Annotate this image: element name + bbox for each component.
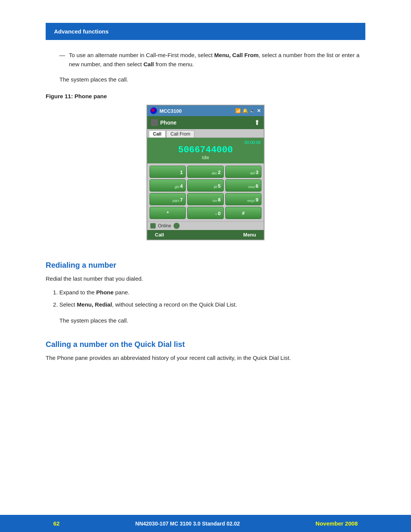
key-hash[interactable]: # <box>225 207 261 219</box>
key-9[interactable]: wxyz9 <box>225 193 261 205</box>
key-7-letters: pqrs <box>173 199 180 203</box>
phone-titlebar-icons: 📶 🔔 🔈 ✕ <box>235 108 261 113</box>
phone-status-bar: Online <box>147 221 264 230</box>
phone-icon <box>151 119 158 126</box>
sound-icon: 🔈 <box>250 108 255 113</box>
key-4[interactable]: ghi4 <box>150 179 186 192</box>
footer-date: November 2008 <box>315 520 358 527</box>
phone-display-timer: 00:00:00 <box>150 140 261 145</box>
key-0[interactable]: +0 <box>187 207 223 219</box>
redialing-steps: Expand to the Phone pane. Select Menu, R… <box>59 288 365 312</box>
phone-titlebar-left: MCC3100 <box>150 107 182 114</box>
figure-label: Figure 11: Phone pane <box>46 93 365 99</box>
phone-tabs: Call Call From <box>147 129 264 138</box>
key-3-letters: def <box>250 171 255 175</box>
intro-system-places: The system places the call. <box>59 75 365 84</box>
phone-display-status: Idle <box>150 155 261 160</box>
redialing-intro: Redial the last number that you dialed. <box>46 274 365 283</box>
key-5[interactable]: jkl5 <box>187 179 223 192</box>
phone-softkeys: Call Menu <box>147 230 264 240</box>
phone-phonebar: Phone ⬆ <box>147 116 264 129</box>
softkey-call[interactable]: Call <box>155 232 164 238</box>
section-heading-redialing: Redialing a number <box>46 261 365 270</box>
tab-call-from[interactable]: Call From <box>166 130 194 137</box>
calling-intro: The Phone pane provides an abbreviated h… <box>46 353 365 362</box>
footer-page-number: 62 <box>53 520 60 527</box>
phone-titlebar-title: MCC3100 <box>159 108 182 114</box>
phone-keypad: 1 abc2 def3 ghi4 jkl5 mno6 pqrs7 <box>147 163 264 221</box>
section-heading-calling: Calling a number on the Quick Dial list <box>46 340 365 349</box>
figure-phone-pane-container: MCC3100 📶 🔔 🔈 ✕ Phone ⬆ Call <box>46 105 365 240</box>
softkey-menu[interactable]: Menu <box>243 232 256 238</box>
key-2-letters: abc <box>212 171 217 175</box>
key-7[interactable]: pqrs7 <box>150 193 186 205</box>
signal-icon: 📶 <box>235 108 241 113</box>
windows-logo-icon <box>150 107 157 114</box>
key-9-letters: wxyz <box>247 199 255 203</box>
key-8[interactable]: tuv8 <box>187 193 223 205</box>
redialing-step-2: Select Menu, Redial, without selecting a… <box>59 300 365 309</box>
key-8-letters: tuv <box>212 199 217 203</box>
key-6-letters: mno <box>248 185 255 189</box>
key-2[interactable]: abc2 <box>187 166 223 178</box>
footer-doc-info: NN42030-107 MC 3100 3.0 Standard 02.02 <box>135 521 240 527</box>
status-icon2 <box>174 223 180 229</box>
key-4-letters: ghi <box>175 185 179 189</box>
intro-dash-text: To use an alternate number in Call-me-Fi… <box>69 51 365 69</box>
redialing-step-1: Expand to the Phone pane. <box>59 288 365 297</box>
phone-titlebar: MCC3100 📶 🔔 🔈 ✕ <box>147 105 264 116</box>
intro-dash-item: — To use an alternate number in Call-me-… <box>59 51 365 69</box>
key-star[interactable]: * <box>150 207 186 219</box>
tab-call[interactable]: Call <box>149 130 166 137</box>
footer-bar: 62 NN42030-107 MC 3100 3.0 Standard 02.0… <box>0 515 411 532</box>
key-1[interactable]: 1 <box>150 166 186 178</box>
key-6[interactable]: mno6 <box>225 179 261 192</box>
phonebar-arrow-icon: ⬆ <box>254 118 260 127</box>
phone-display: 00:00:00 5066744000 Idle <box>147 138 264 163</box>
key-3[interactable]: def3 <box>225 166 261 178</box>
page: Advanced functions — To use an alternate… <box>0 0 411 532</box>
dash-symbol: — <box>59 51 65 69</box>
redialing-system-places: The system places the call. <box>59 316 365 325</box>
phone-display-number: 5066744000 <box>150 145 261 155</box>
status-dot-icon <box>150 223 156 228</box>
close-icon[interactable]: ✕ <box>257 108 261 113</box>
antenna-icon: 🔔 <box>242 108 248 113</box>
header-title: Advanced functions <box>54 28 108 35</box>
phone-phonebar-label: Phone <box>160 120 177 126</box>
key-0-letters: + <box>215 212 217 216</box>
key-5-letters: jkl <box>214 185 217 189</box>
header-bar: Advanced functions <box>46 23 365 40</box>
phone-phonebar-left: Phone <box>151 119 177 126</box>
phone-status-text: Online <box>158 223 171 228</box>
phone-pane: MCC3100 📶 🔔 🔈 ✕ Phone ⬆ Call <box>147 105 264 240</box>
